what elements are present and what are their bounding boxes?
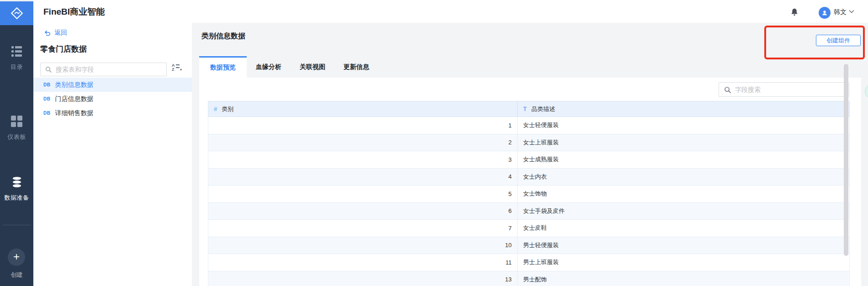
main-area: 类别信息数据 创建组件 数据预览血缘分析关联视图更新信息 # 类别 (192, 23, 868, 286)
dataset-group-title: 零食门店数据 (40, 44, 87, 54)
create-button-label: 创建 (0, 271, 33, 279)
tab-update-info[interactable]: 更新信息 (334, 56, 378, 78)
cell-category: 1 (208, 117, 517, 134)
tab-content-data-preview: # 类别 T 品类描述 1女士轻便服装2女士上班服装3女士成熟服装4女士内衣5女… (199, 78, 861, 286)
sidebar-item-catalog[interactable]: 目录 (0, 45, 33, 71)
table-row[interactable]: 10男士轻便服装 (208, 237, 849, 254)
floating-helper-button[interactable] (865, 84, 868, 99)
cell-category: 6 (208, 203, 517, 220)
table-search-box[interactable] (40, 63, 167, 76)
tab-lineage-analysis[interactable]: 血缘分析 (247, 56, 291, 78)
cell-description: 男士配饰 (517, 271, 849, 286)
sort-icon[interactable]: AZ ▼ (172, 64, 184, 74)
cell-description: 男士轻便服装 (517, 237, 849, 254)
number-field-icon: # (214, 106, 217, 112)
user-name[interactable]: 韩文 (834, 8, 847, 16)
cell-category: 7 (208, 220, 517, 237)
back-label: 返回 (54, 29, 67, 37)
finebi-logo-icon (10, 6, 24, 20)
table-row[interactable]: 1女士轻便服装 (208, 117, 849, 134)
chevron-down-icon[interactable] (849, 10, 854, 13)
table-header-row: # 类别 T 品类描述 (208, 101, 850, 117)
cell-category: 10 (208, 237, 517, 254)
table-row[interactable]: 2女士上班服装 (208, 134, 849, 152)
db-table-icon: DB (43, 82, 50, 87)
column-label: 类别 (222, 105, 233, 113)
cell-category: 5 (208, 185, 517, 202)
column-header-description[interactable]: T 品类描述 (517, 101, 849, 117)
cell-description: 男士上班服装 (517, 254, 849, 271)
table-row[interactable]: 7女士皮鞋 (208, 220, 849, 237)
finebi-window: 目录仪表板数据准备 + 创建 FineBI商业智能 韩文 (0, 0, 868, 286)
table-row[interactable]: 5女士饰物 (208, 185, 849, 203)
dashboard-grid-icon (0, 115, 33, 127)
dataset-item[interactable]: DB类别信息数据 (33, 78, 192, 92)
field-search-box[interactable] (719, 82, 849, 97)
cell-description: 女士皮鞋 (517, 220, 849, 237)
table-row[interactable]: 3女士成熟服装 (208, 151, 849, 169)
table-body: 1女士轻便服装2女士上班服装3女士成熟服装4女士内衣5女士饰物6女士手袋及皮件7… (208, 117, 850, 286)
page-title: 类别信息数据 (201, 32, 245, 41)
db-table-icon: DB (43, 111, 50, 116)
table-row[interactable]: 13男士配饰 (208, 271, 849, 286)
cell-category: 11 (208, 254, 517, 271)
app-title: FineBI商业智能 (43, 6, 105, 18)
back-arrow-icon (44, 30, 51, 37)
app-sidebar: 目录仪表板数据准备 + 创建 (0, 1, 33, 286)
cell-category: 2 (208, 134, 517, 151)
create-widget-button[interactable]: 创建组件 (816, 35, 861, 46)
db-table-icon: DB (43, 96, 50, 101)
cell-description: 女士饰物 (517, 185, 849, 202)
database-icon (0, 176, 33, 188)
sidebar-item-data-preparation[interactable]: 数据准备 (0, 176, 33, 202)
sidebar-item-dashboard[interactable]: 仪表板 (0, 115, 33, 141)
text-field-icon: T (523, 106, 527, 112)
notification-bell-icon[interactable] (789, 7, 799, 17)
cell-description: 女士成熟服装 (517, 151, 849, 168)
tab-relation-view[interactable]: 关联视图 (291, 56, 334, 78)
finebi-logo[interactable] (0, 1, 33, 25)
tab-bar: 数据预览血缘分析关联视图更新信息 (199, 56, 378, 78)
user-avatar[interactable] (819, 7, 831, 19)
cell-description: 女士手袋及皮件 (517, 203, 849, 220)
table-row[interactable]: 11男士上班服装 (208, 254, 849, 271)
cell-category: 4 (208, 169, 517, 185)
dataset-list: DB类别信息数据DB门店信息数据DB详细销售数据 (33, 78, 192, 120)
dataset-item-label: 门店信息数据 (55, 95, 93, 103)
dataset-item[interactable]: DB门店信息数据 (33, 92, 192, 106)
table-row[interactable]: 6女士手袋及皮件 (208, 203, 849, 220)
data-table: # 类别 T 品类描述 1女士轻便服装2女士上班服装3女士成熟服装4女士内衣5女… (208, 101, 850, 286)
top-header: FineBI商业智能 韩文 (33, 0, 868, 23)
sidebar-item-label: 仪表板 (0, 133, 33, 141)
cell-category: 13 (208, 271, 517, 286)
list-icon (0, 45, 33, 58)
sidebar-item-label: 数据准备 (0, 194, 33, 202)
column-label: 品类描述 (531, 105, 555, 113)
cell-description: 女士内衣 (517, 169, 849, 185)
field-search-input[interactable] (735, 86, 844, 93)
table-search-input[interactable] (56, 66, 162, 73)
create-button[interactable]: + (8, 249, 25, 266)
dataset-item-label: 类别信息数据 (55, 81, 93, 89)
tab-data-preview[interactable]: 数据预览 (199, 56, 247, 78)
sidebar-item-label: 目录 (0, 63, 33, 71)
back-link[interactable]: 返回 (44, 29, 67, 37)
cell-description: 女士轻便服装 (517, 117, 849, 134)
table-scrollbar[interactable] (844, 64, 848, 256)
cell-category: 3 (208, 151, 517, 168)
sidebar-divider (3, 225, 31, 225)
search-icon (45, 66, 52, 73)
dataset-item[interactable]: DB详细销售数据 (33, 106, 192, 120)
table-row[interactable]: 4女士内衣 (208, 169, 849, 186)
dataset-panel: 返回 零食门店数据 AZ ▼ DB类别信息数据DB门店信息数据DB详细销售数据 (33, 23, 192, 286)
cell-description: 女士上班服装 (517, 134, 849, 151)
column-header-category[interactable]: # 类别 (208, 101, 517, 117)
dataset-item-label: 详细销售数据 (55, 109, 93, 117)
search-icon (724, 86, 731, 94)
